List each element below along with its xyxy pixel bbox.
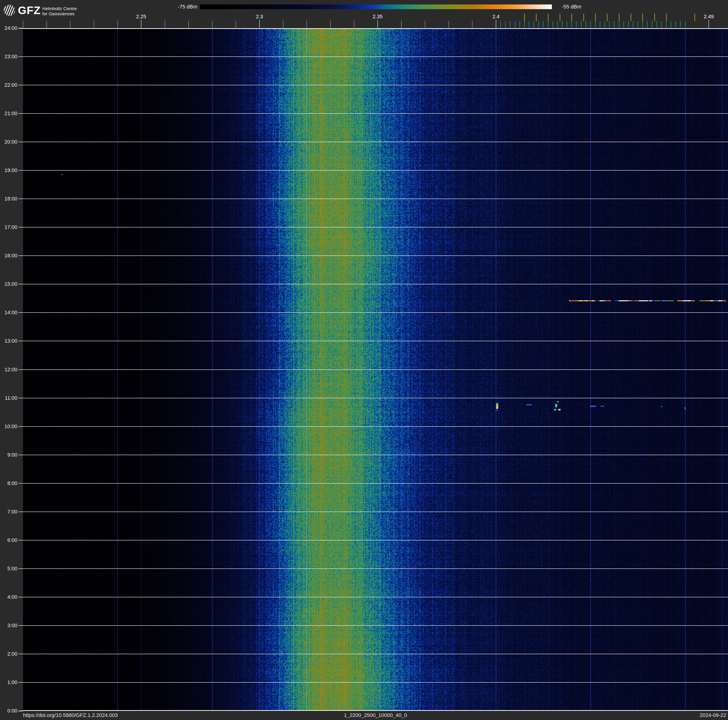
wifi-channel-tick xyxy=(619,14,619,21)
freq-tick-label: 2.25 xyxy=(136,14,146,20)
time-tick-label: 2:00 xyxy=(0,651,17,657)
hour-grid-stub xyxy=(18,711,23,711)
ble-channel-tick xyxy=(671,21,671,28)
freq-minor-tick xyxy=(236,21,236,28)
time-tick-label: 3:00 xyxy=(0,622,17,629)
ble-channel-tick xyxy=(638,21,638,28)
ble-channel-tick xyxy=(505,21,506,28)
time-tick-label: 24:00 xyxy=(0,25,17,31)
freq-major-tick xyxy=(378,20,378,28)
wifi-channel-tick xyxy=(630,14,631,21)
wifi-channel-tick xyxy=(666,14,667,21)
hour-grid-stub xyxy=(18,455,23,455)
wifi-channel-tick xyxy=(548,14,549,21)
ble-channel-tick xyxy=(685,21,685,28)
wifi-channel-tick xyxy=(694,14,695,21)
time-tick-label: 15:00 xyxy=(0,281,17,287)
freq-major-tick xyxy=(259,20,260,28)
time-tick-label: 23:00 xyxy=(0,54,17,60)
ble-channel-tick xyxy=(619,21,619,28)
ble-channel-tick xyxy=(581,21,581,28)
freq-tick-label: 2.3 xyxy=(256,14,263,20)
hour-grid-stub xyxy=(18,512,23,512)
hour-grid-stub xyxy=(18,369,23,370)
ble-channel-tick xyxy=(633,21,633,28)
hour-grid-stub xyxy=(18,540,23,541)
time-tick-label: 19:00 xyxy=(0,167,17,173)
freq-minor-tick xyxy=(118,21,118,28)
ble-channel-tick xyxy=(500,21,501,28)
ble-channel-tick xyxy=(675,21,676,28)
ble-channel-tick xyxy=(548,21,548,28)
ble-channel-tick xyxy=(562,21,563,28)
ble-channel-tick xyxy=(520,21,520,28)
freq-minor-tick xyxy=(354,21,354,28)
time-tick-label: 5:00 xyxy=(0,565,17,572)
ble-channel-tick xyxy=(571,21,572,28)
ble-channel-tick xyxy=(590,21,591,28)
hour-grid-stub xyxy=(18,113,23,114)
hour-grid-stub xyxy=(18,284,23,284)
ble-channel-tick xyxy=(680,21,681,28)
time-tick-label: 4:00 xyxy=(0,594,17,600)
ble-channel-tick xyxy=(614,21,614,28)
wifi-channel-tick xyxy=(536,14,537,21)
hour-grid-stub xyxy=(18,256,23,256)
spectrogram-page: GFZ Helmholtz Centre for Geosciences -75… xyxy=(0,0,728,720)
ble-channel-tick xyxy=(628,21,629,28)
freq-minor-tick xyxy=(330,21,331,28)
record-date: 2024-09-22 xyxy=(700,712,726,718)
hour-grid-stub xyxy=(18,682,23,683)
freq-tick-label: 2.4 xyxy=(492,14,500,20)
ble-channel-tick xyxy=(609,21,610,28)
frequency-axis: 2.252.32.352.42.49 xyxy=(0,0,728,28)
freq-minor-tick xyxy=(212,21,213,28)
freq-tick-label: 2.35 xyxy=(373,14,383,20)
time-tick-label: 1:00 xyxy=(0,679,17,685)
hour-grid-stub xyxy=(18,568,23,569)
ble-channel-tick xyxy=(600,21,600,28)
ble-channel-tick xyxy=(604,21,605,28)
time-tick-label: 12:00 xyxy=(0,366,17,373)
time-tick-label: 22:00 xyxy=(0,82,17,88)
hour-grid-stub xyxy=(18,28,23,29)
freq-minor-tick xyxy=(94,21,94,28)
time-tick-label: 0:00 xyxy=(0,708,17,714)
hour-grid-stub xyxy=(18,625,23,626)
ble-channel-tick xyxy=(586,21,586,28)
ble-channel-tick xyxy=(657,21,657,28)
ble-channel-tick xyxy=(529,21,529,28)
wifi-channel-tick xyxy=(571,14,572,21)
hour-grid-stub xyxy=(18,227,23,227)
hour-grid-stub xyxy=(18,85,23,85)
dataset-filename: 1_2200_2500_10000_40_0 xyxy=(344,712,407,718)
time-tick-label: 21:00 xyxy=(0,110,17,116)
ble-channel-tick xyxy=(524,21,525,28)
ble-channel-tick xyxy=(595,21,596,28)
freq-minor-tick xyxy=(165,21,165,28)
time-tick-label: 7:00 xyxy=(0,509,17,515)
freq-minor-tick xyxy=(306,21,307,28)
freq-minor-tick xyxy=(425,21,425,28)
time-tick-label: 17:00 xyxy=(0,224,17,230)
hour-grid-stub xyxy=(18,597,23,597)
freq-minor-tick xyxy=(188,21,189,28)
time-tick-label: 13:00 xyxy=(0,338,17,344)
ble-channel-tick xyxy=(552,21,553,28)
hour-grid-stub xyxy=(18,170,23,171)
time-tick-label: 8:00 xyxy=(0,480,17,486)
ble-channel-tick xyxy=(557,21,558,28)
wifi-channel-tick xyxy=(654,14,655,21)
freq-minor-tick xyxy=(401,21,402,28)
time-tick-label: 10:00 xyxy=(0,423,17,430)
ble-channel-tick xyxy=(576,21,577,28)
freq-major-tick xyxy=(708,20,709,28)
wifi-channel-tick xyxy=(595,14,596,21)
freq-minor-tick xyxy=(472,21,473,28)
ble-channel-tick xyxy=(652,21,652,28)
doi-link[interactable]: https://doi.org/10.5880/GFZ.1.2.2024.003 xyxy=(23,712,118,718)
wifi-channel-tick xyxy=(524,14,525,21)
freq-tick-label: 2.49 xyxy=(704,14,714,20)
wifi-channel-tick xyxy=(642,14,643,21)
ble-channel-tick xyxy=(515,21,515,28)
